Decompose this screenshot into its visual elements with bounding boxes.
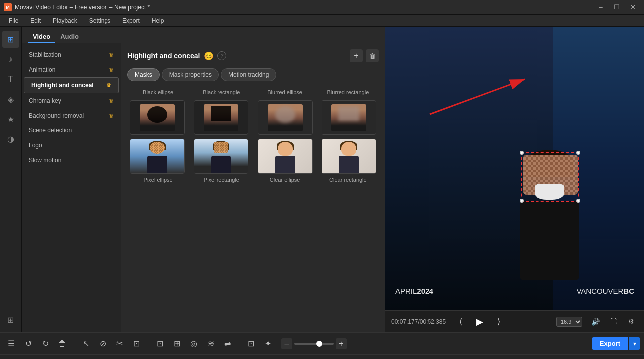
- rewind-button[interactable]: ⟨: [454, 315, 468, 329]
- nav-background-removal[interactable]: Background removal ♛: [22, 108, 121, 123]
- subtab-mask-properties[interactable]: Mask properties: [162, 68, 219, 81]
- tab-video[interactable]: Video: [28, 31, 55, 43]
- panel-top-tabs: Video Audio: [22, 27, 385, 43]
- preview-settings-button[interactable]: ⚙: [624, 315, 638, 329]
- tab-audio[interactable]: Audio: [55, 31, 84, 43]
- export-button[interactable]: Export: [592, 337, 628, 350]
- mask-corner-tr[interactable]: [576, 151, 580, 155]
- sub-tabs: Masks Mask properties Motion tracking: [127, 68, 379, 81]
- nav-slow-motion[interactable]: Slow motion: [22, 153, 121, 168]
- toolbar-sep-2: [148, 339, 148, 349]
- delete-button[interactable]: 🗑: [55, 337, 70, 351]
- export-caret-button[interactable]: ▾: [629, 337, 640, 350]
- aspect-ratio-select[interactable]: 16:9 4:3 1:1: [556, 317, 582, 327]
- preview-controls: 00:07.177/00:52.385 ⟨ ▶ ⟩ 16:9 4:3 1:1 🔊…: [385, 310, 644, 332]
- redo-button[interactable]: ↻: [38, 337, 53, 351]
- sidebar-icon-video[interactable]: ⊞: [2, 31, 19, 48]
- sidebar-icon-text[interactable]: T: [2, 71, 19, 88]
- subtab-motion-tracking[interactable]: Motion tracking: [221, 68, 276, 81]
- nav-chroma-key[interactable]: Chroma key ♛: [22, 93, 121, 108]
- play-button[interactable]: ▶: [472, 314, 488, 330]
- minimize-button[interactable]: –: [593, 2, 608, 13]
- bottom-area: ☰ ↺ ↻ 🗑 ↖ ⊘ ✂ ⊡ ⊡ ⊞ ◎ ≋ ⇌ ⊡ ✦ – + Export…: [0, 332, 644, 359]
- toolbar-sep-3: [239, 339, 239, 349]
- nav-stabilization[interactable]: Stabilization ♛: [22, 47, 121, 62]
- label-clear-rect: Clear rectangle: [318, 176, 379, 184]
- volume-button[interactable]: 🔊: [588, 315, 602, 329]
- timeline-ruler: 00:00:00 00:00:05 00:00:10 00:00:15 00:0…: [0, 355, 644, 359]
- zoom-slider-thumb[interactable]: [316, 341, 322, 347]
- forward-button[interactable]: ⟩: [492, 315, 506, 329]
- sidebar-icon-effects[interactable]: ★: [2, 111, 19, 127]
- effects-title: Highlight and conceal: [127, 52, 200, 60]
- person-body: [520, 201, 579, 280]
- settings-tool-button[interactable]: ☰: [4, 337, 19, 351]
- mask-item-clear-rect[interactable]: [319, 139, 379, 174]
- mask-item-blurred-rect[interactable]: [319, 100, 379, 135]
- title-bar-controls[interactable]: – ☐ ✕: [593, 2, 640, 13]
- label-pixel-ellipse: Pixel ellipse: [127, 176, 189, 184]
- zoom-controls: – +: [281, 338, 347, 349]
- sidebar-icons: ⊞ ♪ T ◈ ★ ◑ ⊞: [0, 27, 22, 332]
- zoom-in-button[interactable]: +: [336, 338, 347, 349]
- stabilize-button[interactable]: ◎: [186, 337, 201, 351]
- mask-thumb-blurred-rect: [322, 100, 376, 135]
- mask-corner-bl[interactable]: [520, 199, 524, 203]
- mask-thumb-clear-rect: [322, 139, 376, 174]
- menu-help[interactable]: Help: [147, 16, 169, 25]
- mask-item-pixel-rect[interactable]: [191, 139, 251, 174]
- delete-mask-button[interactable]: 🗑: [366, 49, 379, 62]
- label-blurred-ellipse: Blurred ellipse: [254, 88, 316, 96]
- color-grade-button[interactable]: ⊡: [243, 337, 258, 351]
- header-actions: + 🗑: [350, 49, 379, 62]
- crop-button[interactable]: ⊞: [169, 337, 184, 351]
- mask-item-blurred-ellipse[interactable]: [255, 100, 315, 135]
- mask-border-rect[interactable]: [521, 152, 579, 202]
- nav-logo[interactable]: Logo: [22, 138, 121, 153]
- mask-item-black-ellipse[interactable]: [127, 100, 187, 135]
- nav-scene-detection[interactable]: Scene detection: [22, 123, 121, 138]
- undo-button[interactable]: ↺: [21, 337, 36, 351]
- menu-edit[interactable]: Edit: [25, 16, 46, 25]
- add-mask-button[interactable]: +: [350, 49, 363, 62]
- cut-tool-button[interactable]: ✂: [112, 337, 127, 351]
- title-bar-title: Movavi Video Editor – Free version – New…: [15, 4, 150, 11]
- mask-corner-br[interactable]: [576, 199, 580, 203]
- mask-row1-thumbs: [127, 100, 379, 135]
- timeline: 00:00:00 00:00:05 00:00:10 00:00:15 00:0…: [0, 355, 644, 359]
- nav-animation[interactable]: Animation ♛: [22, 62, 121, 77]
- nav-highlight-conceal[interactable]: Highlight and conceal ♛: [24, 77, 119, 93]
- main-area: ⊞ ♪ T ◈ ★ ◑ ⊞ Video Audio Stabilization …: [0, 27, 644, 332]
- sidebar-icon-filters[interactable]: ◑: [2, 130, 19, 147]
- sidebar-icon-stickers[interactable]: ⊞: [2, 311, 19, 328]
- effects-tool-button[interactable]: ✦: [260, 337, 275, 351]
- preview-video-area: APRIL2024 VANCOUVERBC: [385, 27, 644, 310]
- subtab-masks[interactable]: Masks: [127, 68, 160, 81]
- mask-corner-tl[interactable]: [520, 151, 524, 155]
- menu-file[interactable]: File: [4, 16, 23, 25]
- snap-tool-button[interactable]: ⊡: [129, 337, 144, 351]
- select-tool-button[interactable]: ↖: [78, 337, 93, 351]
- sidebar-icon-audio[interactable]: ♪: [2, 51, 19, 68]
- mask-item-clear-ellipse[interactable]: [255, 139, 315, 174]
- menu-export[interactable]: Export: [117, 16, 145, 25]
- menu-playback[interactable]: Playback: [48, 16, 82, 25]
- info-icon[interactable]: ?: [217, 51, 226, 60]
- maximize-button[interactable]: ☐: [609, 2, 624, 13]
- mask-row2-thumbs: [127, 139, 379, 174]
- crown-icon-stabilization: ♛: [109, 52, 114, 58]
- motion-button[interactable]: ⇌: [220, 337, 235, 351]
- zoom-slider[interactable]: [294, 343, 334, 345]
- close-button[interactable]: ✕: [625, 2, 640, 13]
- trim-tool-button[interactable]: ⊘: [95, 337, 110, 351]
- fullscreen-button[interactable]: ⛶: [606, 315, 620, 329]
- mask-item-black-rect[interactable]: [191, 100, 251, 135]
- label-clear-ellipse: Clear ellipse: [254, 176, 316, 184]
- mask-item-pixel-ellipse[interactable]: [127, 139, 187, 174]
- sidebar-icon-transitions[interactable]: ◈: [2, 91, 19, 108]
- title-bar: M Movavi Video Editor – Free version – N…: [0, 0, 644, 15]
- captions-button[interactable]: ⊡: [152, 337, 167, 351]
- menu-settings[interactable]: Settings: [84, 16, 115, 25]
- zoom-out-button[interactable]: –: [281, 338, 292, 349]
- audio-tool-button[interactable]: ≋: [203, 337, 218, 351]
